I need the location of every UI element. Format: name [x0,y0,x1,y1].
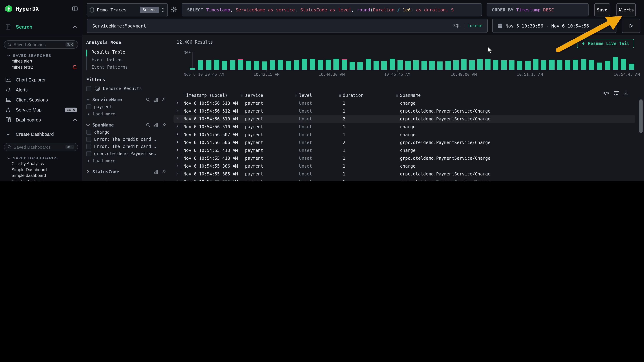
histogram-bar[interactable] [254,61,259,70]
column-header-timestamp[interactable]: Timestamp (Local) [184,93,228,98]
row-expand-chevron-icon[interactable] [176,101,179,105]
histogram-bar[interactable] [198,60,204,70]
table-row[interactable]: Nov 6 10:54:56.512 AMpaymentUnset1grpc.o… [176,107,634,115]
histogram-bar[interactable] [461,59,466,70]
table-row[interactable]: Nov 6 10:54:56.510 AMpaymentUnset2grpc.o… [176,115,634,123]
histogram-bar[interactable] [326,59,331,70]
dataset-selector[interactable]: Demo Traces Schema [86,3,168,16]
pin-icon[interactable] [161,123,166,127]
denoise-checkbox[interactable] [86,86,91,91]
histogram-bar[interactable] [190,68,195,70]
row-expand-chevron-icon[interactable] [176,109,179,113]
table-row[interactable]: Nov 6 10:54:56.506 AMpaymentUnset2grpc.o… [176,139,634,147]
saved-searches-section-label[interactable]: SAVED SEARCHES [7,54,82,57]
saved-search-item[interactable]: mikes tets2 [0,64,82,70]
table-row[interactable]: Nov 6 10:54:55.375 AMpaymentUnset1grpc.o… [176,178,634,181]
table-row[interactable]: Nov 6 10:54:56.510 AMpaymentUnset1charge [176,123,634,131]
histogram-bar[interactable] [214,60,219,70]
create-dashboard-button[interactable]: + Create Dashboard [0,129,82,139]
filter-value-row[interactable]: charge [86,130,166,135]
histogram-bar[interactable] [621,59,626,70]
histogram-bar[interactable] [230,60,235,70]
histogram-bar[interactable] [501,60,506,70]
table-row[interactable]: Nov 6 10:54:55.385 AMpaymentUnset1grpc.o… [176,170,634,178]
pin-icon[interactable] [161,97,166,102]
histogram-bar[interactable] [525,61,530,70]
histogram-bar[interactable] [358,62,363,70]
results-histogram[interactable]: 300 Nov 6 10:39:45 AM10:42:15 AM10:44:30… [176,51,634,76]
histogram-bar[interactable] [294,60,299,70]
histogram-bar[interactable] [613,57,618,70]
histogram-bar[interactable] [629,63,634,70]
column-drag-handle-icon[interactable]: ⣿ [241,93,243,97]
histogram-bar[interactable] [485,59,490,70]
histogram-bar[interactable] [405,61,411,70]
histogram-bar[interactable] [366,59,371,70]
histogram-bar[interactable] [429,61,435,70]
search-query-input[interactable]: ServiceName:"payment" SQL|Lucene [87,18,488,33]
histogram-bar[interactable] [589,60,594,70]
filter-value-row[interactable]: Error: The credit card … [86,137,166,142]
histogram-bar[interactable] [477,59,483,70]
table-row[interactable]: Nov 6 10:54:55.386 AMpaymentUnset1charge [176,163,634,170]
saved-searches-input[interactable]: Saved Searches ⌘K [4,40,78,49]
histogram-bar[interactable] [573,60,578,70]
row-expand-chevron-icon[interactable] [176,172,179,176]
filter-group-spankind[interactable]: SpanKind [86,180,166,181]
resume-live-tail-button[interactable]: Resume Live Tail [577,39,634,48]
saved-dashboard-item[interactable]: ClickPy Analytics [0,179,82,181]
row-expand-chevron-icon[interactable] [176,148,179,152]
chart-icon[interactable] [154,181,158,181]
mode-lucene-toggle[interactable]: Lucene [468,23,482,28]
histogram-bar[interactable] [605,61,610,70]
filter-checkbox[interactable] [86,104,91,109]
histogram-bar[interactable] [597,62,602,70]
histogram-bar[interactable] [374,61,379,70]
pin-icon[interactable] [161,169,166,174]
filter-value-row[interactable]: Error: The credit card … [86,144,166,149]
sidebar-item-chart-explorer[interactable]: Chart Explorer [0,75,82,85]
column-drag-handle-icon[interactable]: ⣿ [339,93,341,97]
histogram-bar[interactable] [350,62,355,70]
row-expand-chevron-icon[interactable] [176,124,179,128]
saved-dashboard-item[interactable]: ClickPy Analytics [0,161,82,167]
histogram-bar[interactable] [246,61,251,70]
histogram-bar[interactable] [557,60,562,70]
analysis-mode-tab-results-table[interactable]: Results Table [86,49,166,56]
chart-icon[interactable] [154,123,158,127]
histogram-bar[interactable] [286,61,291,70]
histogram-bar[interactable] [270,61,275,70]
filter-value-row[interactable]: grpc.oteldemo.PaymentSe… [86,151,166,156]
filter-checkbox[interactable] [86,130,91,135]
column-drag-handle-icon[interactable]: ⣿ [396,93,398,97]
filter-group-spanname[interactable]: SpanName [86,122,166,128]
vertical-scrollbar[interactable] [639,99,642,133]
chart-icon[interactable] [154,170,158,174]
row-expand-chevron-icon[interactable] [176,132,179,136]
saved-dashboard-item[interactable]: Simple dashboard [0,173,82,179]
histogram-bar[interactable] [334,58,339,70]
table-row[interactable]: Nov 6 10:54:56.507 AMpaymentUnset1charge [176,131,634,139]
chart-icon[interactable] [154,97,158,102]
mode-sql-toggle[interactable]: SQL [453,23,461,28]
histogram-bar[interactable] [493,60,498,70]
column-header-level[interactable]: level [299,93,312,98]
row-expand-chevron-icon[interactable] [176,164,179,168]
histogram-bar[interactable] [238,60,243,70]
pin-icon[interactable] [161,181,166,181]
histogram-bar[interactable] [342,60,347,70]
filter-checkbox[interactable] [86,151,91,156]
histogram-bar[interactable] [445,61,450,70]
save-button[interactable]: Save [594,3,610,16]
histogram-bar[interactable] [318,60,323,70]
source-settings-gear-icon[interactable] [171,6,177,12]
run-query-button[interactable] [622,18,640,33]
row-expand-chevron-icon[interactable] [176,140,179,144]
histogram-bar[interactable] [302,59,307,70]
alerts-button[interactable]: Alerts [616,3,636,16]
load-more-button[interactable]: Load more [87,158,166,163]
filter-checkbox[interactable] [86,137,91,142]
saved-dashboard-item[interactable]: Simple Dashboard [0,167,82,173]
search-icon[interactable] [146,123,150,127]
row-expand-chevron-icon[interactable] [176,156,179,160]
